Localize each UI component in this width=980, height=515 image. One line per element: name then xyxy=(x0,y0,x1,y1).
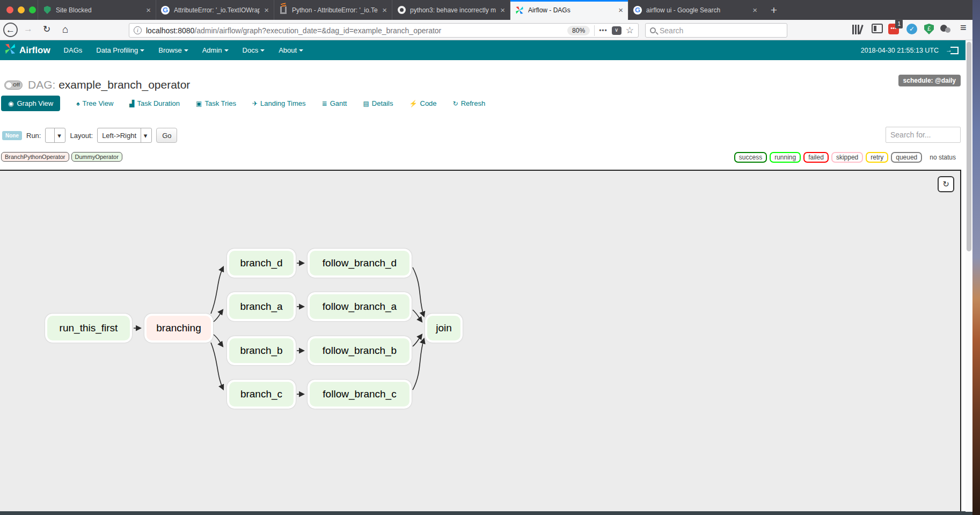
tab-title: airflow ui - Google Search xyxy=(646,6,748,14)
github-icon xyxy=(397,6,406,14)
stackoverflow-icon xyxy=(279,6,288,14)
tab-site-blocked[interactable]: Site Blocked × xyxy=(38,0,156,20)
task-node-follow-branch-d[interactable]: follow_branch_d xyxy=(308,249,412,278)
tab-title: Python - AttributeError: '_io.Te xyxy=(292,6,378,14)
airflow-logo-icon xyxy=(4,43,16,57)
tab-attributeerror-google[interactable]: G AttributeError: '_io.TextIOWrapp × xyxy=(156,0,274,20)
airflow-brand[interactable]: Airflow xyxy=(0,43,57,57)
adblock-extension-icon[interactable]: ••• 1 xyxy=(888,24,899,34)
legend-no-status: no status xyxy=(925,152,961,163)
close-window-button[interactable] xyxy=(6,6,13,13)
reload-button[interactable]: ↻ xyxy=(43,24,50,35)
minimize-window-button[interactable] xyxy=(18,6,25,13)
task-search-input[interactable] xyxy=(886,127,961,143)
tab-task-tries[interactable]: ▣ Task Tries xyxy=(196,99,236,107)
schedule-badge: schedule: @daily xyxy=(898,75,961,86)
tab-airflow-dags[interactable]: Airflow - DAGs × xyxy=(510,0,628,20)
tree-view-icon: ♠ xyxy=(76,100,79,107)
legend-skipped: skipped xyxy=(831,152,863,163)
view-tabs: ◉ Graph View ♠ Tree View ▟ Task Duration… xyxy=(1,96,485,111)
task-node-branch-b[interactable]: branch_b xyxy=(227,336,296,365)
tab-tree-view[interactable]: ♠ Tree View xyxy=(76,99,113,107)
tab-details[interactable]: ▤ Details xyxy=(363,99,393,107)
tab-code[interactable]: ⚡ Code xyxy=(409,99,437,107)
run-status-badge: None xyxy=(2,131,22,140)
nav-item-admin[interactable]: Admin xyxy=(195,40,236,60)
new-tab-button[interactable]: + xyxy=(762,0,786,20)
legend-dummy-operator: DummyOperator xyxy=(71,152,122,162)
nav-item-data-profiling[interactable]: Data Profiling xyxy=(89,40,151,60)
tab-stackoverflow[interactable]: Python - AttributeError: '_io.Te × xyxy=(274,0,392,20)
task-node-run-this-first[interactable]: run_this_first xyxy=(45,314,132,343)
tab-landing-times[interactable]: ✈ Landing Times xyxy=(252,99,306,107)
page-info-icon[interactable]: i xyxy=(134,26,142,34)
back-button[interactable]: ← xyxy=(3,23,18,37)
browser-search-bar[interactable] xyxy=(645,23,787,38)
graph-controls: None Run: ▾ Layout: Left->Right ▾ Go xyxy=(2,128,177,143)
browser-search-input[interactable] xyxy=(660,26,782,35)
task-node-follow-branch-a[interactable]: follow_branch_a xyxy=(308,292,412,321)
task-node-branch-d[interactable]: branch_d xyxy=(227,249,296,278)
zoom-window-button[interactable] xyxy=(29,6,36,13)
task-node-branch-c[interactable]: branch_c xyxy=(227,380,296,409)
tab-close-icon[interactable]: × xyxy=(264,5,269,14)
scrollbar-thumb[interactable] xyxy=(967,42,971,251)
chevron-down-icon xyxy=(184,49,188,52)
nav-item-about[interactable]: About xyxy=(272,40,310,60)
traffic-lights xyxy=(0,0,38,20)
spheres-extension-icon[interactable] xyxy=(940,24,952,34)
nav-item-browse[interactable]: Browse xyxy=(151,40,195,60)
run-label: Run: xyxy=(26,132,41,140)
tab-close-icon[interactable]: × xyxy=(752,5,757,14)
tab-close-icon[interactable]: × xyxy=(146,5,151,14)
forward-button[interactable]: → xyxy=(24,24,33,34)
legend-branch-python-operator: BranchPythonOperator xyxy=(1,152,69,162)
task-node-branching[interactable]: branching xyxy=(144,314,213,343)
page-actions-icon[interactable]: ••• xyxy=(599,27,608,34)
shield-icon xyxy=(43,6,52,14)
home-button[interactable]: ⌂ xyxy=(62,24,68,35)
task-node-follow-branch-b[interactable]: follow_branch_b xyxy=(308,336,412,365)
utc-clock: 2018-04-30 21:55:13 UTC xyxy=(861,47,939,54)
legend-queued: queued xyxy=(891,152,922,163)
run-select[interactable]: ▾ xyxy=(45,128,65,143)
bookmark-star-icon[interactable]: ☆ xyxy=(626,25,634,36)
sidebar-toggle-icon[interactable] xyxy=(872,24,883,33)
pocket-icon[interactable]: ∨ xyxy=(612,26,621,35)
chevron-down-icon xyxy=(299,49,303,52)
tab-gantt[interactable]: ≣ Gantt xyxy=(322,99,347,107)
task-node-branch-a[interactable]: branch_a xyxy=(227,292,296,321)
logout-icon[interactable] xyxy=(950,47,959,54)
layout-select[interactable]: Left->Right ▾ xyxy=(97,128,152,143)
legend-running: running xyxy=(770,152,801,163)
tab-close-icon[interactable]: × xyxy=(382,5,387,14)
tab-refresh[interactable]: ↻ Refresh xyxy=(453,99,486,107)
library-icon[interactable] xyxy=(852,24,864,34)
nav-item-dags[interactable]: DAGs xyxy=(57,40,90,60)
extension-badge: 1 xyxy=(895,19,903,28)
tab-task-duration[interactable]: ▟ Task Duration xyxy=(129,99,180,107)
tab-github[interactable]: python3: behave incorrectly mo × xyxy=(392,0,510,20)
search-icon xyxy=(650,27,656,33)
tab-close-icon[interactable]: × xyxy=(618,5,623,14)
url-bar[interactable]: i localhost:8080/admin/airflow/graph?exe… xyxy=(129,23,639,38)
tab-google-search[interactable]: G airflow ui - Google Search × xyxy=(628,0,762,20)
graph-refresh-button[interactable]: ↻ xyxy=(938,176,954,192)
tab-graph-view[interactable]: ◉ Graph View xyxy=(1,96,60,111)
dag-pause-toggle[interactable]: Off xyxy=(4,81,23,90)
tab-title: python3: behave incorrectly mo xyxy=(410,6,496,14)
chevron-down-icon xyxy=(224,49,229,52)
blue-extension-icon[interactable]: ✓ xyxy=(906,24,917,34)
hamburger-menu-icon[interactable]: ≡ xyxy=(960,21,972,32)
tab-title: AttributeError: '_io.TextIOWrapp xyxy=(174,6,260,14)
task-node-follow-branch-c[interactable]: follow_branch_c xyxy=(308,380,412,409)
task-node-join[interactable]: join xyxy=(425,314,463,343)
zoom-level-indicator[interactable]: 80% xyxy=(567,26,590,35)
divider xyxy=(594,25,595,36)
tab-close-icon[interactable]: × xyxy=(500,5,505,14)
nav-item-docs[interactable]: Docs xyxy=(236,40,272,60)
url-text[interactable]: localhost:8080/admin/airflow/graph?execu… xyxy=(146,26,563,35)
chevron-down-icon: ▾ xyxy=(54,128,63,142)
tab-title: Site Blocked xyxy=(56,6,142,14)
go-button[interactable]: Go xyxy=(156,128,177,143)
